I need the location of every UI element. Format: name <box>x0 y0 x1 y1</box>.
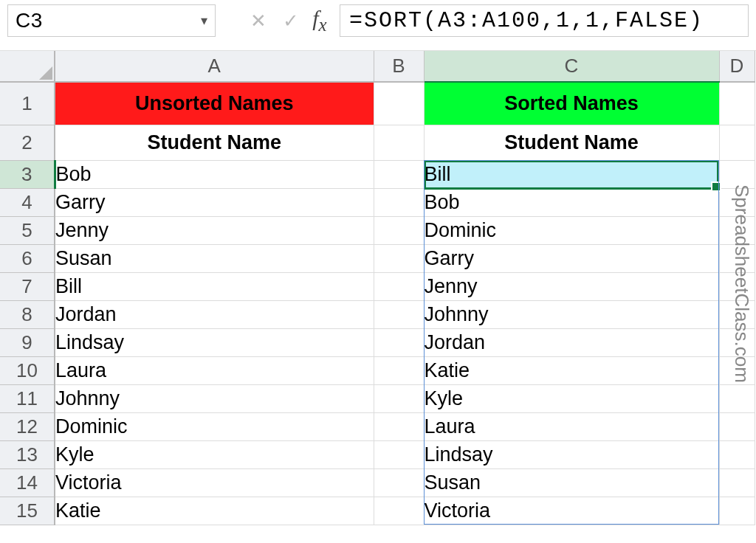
cell-a2[interactable]: Student Name <box>55 125 374 160</box>
col-header-c[interactable]: C <box>424 51 719 82</box>
cell-a8[interactable]: Jordan <box>55 300 374 328</box>
formula-input[interactable]: =SORT(A3:A100,1,1,FALSE) <box>340 4 749 37</box>
cell-d15[interactable] <box>719 497 755 525</box>
cell-b6[interactable] <box>374 244 424 272</box>
cell-c13[interactable]: Lindsay <box>424 440 719 468</box>
spreadsheet-grid: A B C D 1 Unsorted Names Sorted Names 2 … <box>0 51 756 525</box>
cell-a12[interactable]: Dominic <box>55 412 374 440</box>
cell-b9[interactable] <box>374 328 424 356</box>
row-header[interactable]: 12 <box>0 412 55 440</box>
cell-c12[interactable]: Laura <box>424 412 719 440</box>
cell-a14[interactable]: Victoria <box>55 468 374 497</box>
cell-a1[interactable]: Unsorted Names <box>55 82 374 125</box>
cell-b1[interactable] <box>374 82 424 125</box>
cancel-icon[interactable]: ✕ <box>242 5 275 36</box>
watermark: SpreadsheetClass.com <box>730 184 753 383</box>
cell-c3[interactable]: Bill <box>424 160 719 188</box>
cell-d2[interactable] <box>719 125 755 160</box>
cell-a3[interactable]: Bob <box>55 160 374 188</box>
cell-b2[interactable] <box>374 125 424 160</box>
cell-d12[interactable] <box>719 412 755 440</box>
confirm-icon[interactable]: ✓ <box>275 5 307 36</box>
row-header[interactable]: 8 <box>0 300 55 328</box>
cell-b11[interactable] <box>374 384 424 412</box>
cell-c7[interactable]: Jenny <box>424 272 719 300</box>
row-header[interactable]: 6 <box>0 244 55 272</box>
cell-b7[interactable] <box>374 272 424 300</box>
cell-a5[interactable]: Jenny <box>55 216 374 244</box>
cell-c15[interactable]: Victoria <box>424 497 719 525</box>
row-header[interactable]: 5 <box>0 216 55 244</box>
cell-c1[interactable]: Sorted Names <box>424 82 719 125</box>
cell-b14[interactable] <box>374 468 424 497</box>
cell-a11[interactable]: Johnny <box>55 384 374 412</box>
cell-c8[interactable]: Johnny <box>424 300 719 328</box>
fx-icon[interactable]: fx <box>307 5 340 36</box>
formula-controls: ✕ ✓ fx <box>242 5 340 36</box>
row-header[interactable]: 1 <box>0 82 55 125</box>
cell-d14[interactable] <box>719 468 755 497</box>
col-header-a[interactable]: A <box>55 51 374 82</box>
cell-c5[interactable]: Dominic <box>424 216 719 244</box>
grid-table: A B C D 1 Unsorted Names Sorted Names 2 … <box>0 51 755 525</box>
cell-a7[interactable]: Bill <box>55 272 374 300</box>
select-all-corner[interactable] <box>0 51 55 82</box>
row-header[interactable]: 14 <box>0 468 55 497</box>
row-header[interactable]: 13 <box>0 440 55 468</box>
chevron-down-icon[interactable]: ▾ <box>201 13 208 29</box>
cell-c4[interactable]: Bob <box>424 188 719 216</box>
cell-a13[interactable]: Kyle <box>55 440 374 468</box>
row-header[interactable]: 3 <box>0 160 55 188</box>
cell-c9[interactable]: Jordan <box>424 328 719 356</box>
row-header[interactable]: 9 <box>0 328 55 356</box>
cell-a10[interactable]: Laura <box>55 356 374 384</box>
row-header[interactable]: 7 <box>0 272 55 300</box>
cell-c14[interactable]: Susan <box>424 468 719 497</box>
row-header[interactable]: 4 <box>0 188 55 216</box>
cell-b10[interactable] <box>374 356 424 384</box>
formula-bar: C3 ▾ ✕ ✓ fx =SORT(A3:A100,1,1,FALSE) <box>0 0 756 51</box>
cell-b3[interactable] <box>374 160 424 188</box>
cell-a15[interactable]: Katie <box>55 497 374 525</box>
name-box-value: C3 <box>16 9 43 32</box>
col-header-d[interactable]: D <box>719 51 755 82</box>
cell-c2[interactable]: Student Name <box>424 125 719 160</box>
cell-b13[interactable] <box>374 440 424 468</box>
cell-b15[interactable] <box>374 497 424 525</box>
cell-c11[interactable]: Kyle <box>424 384 719 412</box>
row-header[interactable]: 15 <box>0 497 55 525</box>
name-box[interactable]: C3 ▾ <box>7 4 216 37</box>
cell-b12[interactable] <box>374 412 424 440</box>
cell-b4[interactable] <box>374 188 424 216</box>
cell-b8[interactable] <box>374 300 424 328</box>
cell-d11[interactable] <box>719 384 755 412</box>
cell-d1[interactable] <box>719 82 755 125</box>
cell-c10[interactable]: Katie <box>424 356 719 384</box>
row-header[interactable]: 10 <box>0 356 55 384</box>
cell-a4[interactable]: Garry <box>55 188 374 216</box>
svg-marker-0 <box>39 66 52 80</box>
cell-b5[interactable] <box>374 216 424 244</box>
row-header[interactable]: 11 <box>0 384 55 412</box>
row-header[interactable]: 2 <box>0 125 55 160</box>
col-header-b[interactable]: B <box>374 51 424 82</box>
formula-text: =SORT(A3:A100,1,1,FALSE) <box>349 8 704 33</box>
cell-d13[interactable] <box>719 440 755 468</box>
cell-a9[interactable]: Lindsay <box>55 328 374 356</box>
cell-a6[interactable]: Susan <box>55 244 374 272</box>
cell-c6[interactable]: Garry <box>424 244 719 272</box>
